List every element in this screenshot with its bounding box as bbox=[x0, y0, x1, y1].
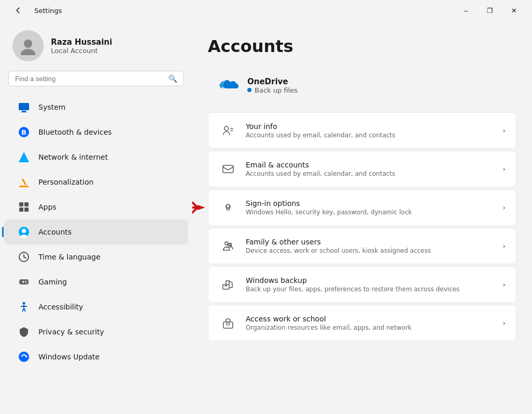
family-icon bbox=[219, 237, 237, 255]
settings-card-backup[interactable]: Windows backup Back up your files, apps,… bbox=[208, 266, 516, 303]
your-info-desc: Accounts used by email, calendar, and co… bbox=[246, 132, 502, 139]
signin-text: Sign-in options Windows Hello, security … bbox=[246, 199, 502, 216]
svg-point-32 bbox=[224, 126, 229, 131]
svg-point-37 bbox=[227, 204, 230, 208]
user-profile[interactable]: Raza Hussaini Local Account bbox=[0, 21, 192, 71]
sidebar-item-privacy[interactable]: Privacy & security bbox=[4, 319, 188, 344]
svg-rect-4 bbox=[21, 112, 27, 112]
settings-card-your-info[interactable]: Your info Accounts used by email, calend… bbox=[208, 112, 516, 149]
sidebar-item-label-accessibility: Accessibility bbox=[38, 303, 83, 311]
svg-rect-8 bbox=[19, 186, 29, 187]
privacy-icon bbox=[17, 325, 31, 339]
maximize-button[interactable]: ❐ bbox=[478, 2, 502, 19]
family-chevron: › bbox=[502, 242, 506, 250]
work-text: Access work or school Organization resou… bbox=[246, 315, 502, 331]
sidebar-item-personalization[interactable]: Personalization bbox=[4, 170, 188, 195]
user-info: Raza Hussaini Local Account bbox=[51, 37, 112, 55]
backup-title: Windows backup bbox=[246, 276, 502, 284]
time-icon bbox=[17, 250, 31, 264]
sidebar: Raza Hussaini Local Account 🔍 bbox=[0, 21, 192, 414]
svg-text:B: B bbox=[21, 128, 26, 136]
sidebar-item-accessibility[interactable]: Accessibility bbox=[4, 294, 188, 319]
search-input[interactable] bbox=[15, 75, 164, 83]
apps-icon bbox=[17, 200, 31, 214]
svg-point-25 bbox=[23, 302, 25, 305]
signin-icon bbox=[219, 198, 237, 217]
settings-card-email[interactable]: Email & accounts Accounts used by email,… bbox=[208, 151, 516, 187]
email-chevron: › bbox=[502, 165, 506, 173]
svg-rect-35 bbox=[223, 165, 233, 173]
backup-desc: Back up your files, apps, preferences to… bbox=[246, 286, 502, 293]
backup-chevron: › bbox=[502, 280, 506, 289]
sidebar-item-label-personalization: Personalization bbox=[38, 178, 94, 186]
sidebar-item-label-network: Network & internet bbox=[38, 153, 108, 161]
email-desc: Accounts used by email, calendar, and co… bbox=[246, 170, 502, 177]
onedrive-name: OneDrive bbox=[247, 77, 298, 86]
sidebar-item-label-time: Time & language bbox=[38, 253, 100, 261]
svg-rect-11 bbox=[24, 202, 29, 206]
backup-text: Windows backup Back up your files, apps,… bbox=[246, 276, 502, 293]
svg-point-1 bbox=[21, 49, 35, 55]
sidebar-item-gaming[interactable]: Gaming bbox=[4, 269, 188, 294]
settings-card-work[interactable]: Access work or school Organization resou… bbox=[208, 305, 516, 341]
sidebar-item-time[interactable]: Time & language bbox=[4, 244, 188, 269]
signin-title: Sign-in options bbox=[246, 199, 502, 208]
svg-line-19 bbox=[24, 257, 26, 258]
family-desc: Device access, work or school users, kio… bbox=[246, 247, 502, 254]
svg-point-15 bbox=[22, 229, 26, 233]
svg-point-42 bbox=[227, 248, 227, 249]
svg-point-39 bbox=[225, 242, 228, 245]
sidebar-item-network[interactable]: Network & internet bbox=[4, 145, 188, 170]
user-name: Raza Hussaini bbox=[51, 37, 112, 47]
family-text: Family & other users Device access, work… bbox=[246, 238, 502, 254]
window-title: Settings bbox=[34, 7, 62, 15]
work-desc: Organization resources like email, apps,… bbox=[246, 324, 502, 331]
onedrive-icon bbox=[218, 75, 239, 96]
work-title: Access work or school bbox=[246, 315, 502, 323]
sidebar-item-label-bluetooth: Bluetooth & devices bbox=[38, 128, 112, 136]
back-button[interactable] bbox=[6, 2, 30, 19]
signin-desc: Windows Hello, security key, password, d… bbox=[246, 209, 502, 216]
settings-card-signin[interactable]: Sign-in options Windows Hello, security … bbox=[208, 189, 516, 226]
sidebar-item-apps[interactable]: Apps bbox=[4, 195, 188, 219]
your-info-text: Your info Accounts used by email, calend… bbox=[246, 122, 502, 139]
close-button[interactable]: ✕ bbox=[502, 2, 526, 19]
svg-rect-13 bbox=[24, 208, 29, 212]
avatar bbox=[12, 30, 44, 61]
search-box: 🔍 bbox=[8, 71, 184, 86]
sidebar-item-label-system: System bbox=[38, 103, 65, 111]
sidebar-item-bluetooth[interactable]: B Bluetooth & devices bbox=[4, 120, 188, 145]
title-bar-left: Settings bbox=[6, 2, 454, 19]
svg-rect-9 bbox=[22, 178, 27, 186]
backup-icon bbox=[219, 275, 237, 294]
user-type: Local Account bbox=[51, 47, 112, 55]
settings-card-family[interactable]: Family & other users Device access, work… bbox=[208, 228, 516, 264]
sidebar-item-update[interactable]: Windows Update bbox=[4, 344, 188, 369]
app-container: Raza Hussaini Local Account 🔍 bbox=[0, 21, 532, 414]
sidebar-item-label-apps: Apps bbox=[38, 203, 57, 211]
svg-rect-10 bbox=[19, 202, 23, 206]
svg-point-24 bbox=[25, 282, 26, 283]
minimize-button[interactable]: – bbox=[454, 2, 478, 19]
bluetooth-icon: B bbox=[17, 125, 31, 139]
onedrive-banner[interactable]: OneDrive Back up files bbox=[208, 67, 516, 104]
settings-cards: Your info Accounts used by email, calend… bbox=[208, 112, 516, 341]
svg-point-23 bbox=[25, 281, 26, 282]
svg-marker-7 bbox=[19, 152, 29, 162]
sidebar-item-label-accounts: Accounts bbox=[38, 228, 72, 236]
email-icon bbox=[219, 160, 237, 178]
sidebar-item-label-gaming: Gaming bbox=[38, 278, 67, 286]
svg-point-30 bbox=[19, 352, 29, 362]
onedrive-desc-text: Back up files bbox=[255, 86, 298, 94]
window-controls: – ❐ ✕ bbox=[454, 2, 526, 19]
your-info-chevron: › bbox=[502, 126, 506, 135]
onedrive-info: OneDrive Back up files bbox=[247, 77, 298, 94]
sidebar-item-accounts[interactable]: Accounts bbox=[4, 219, 188, 244]
network-icon bbox=[17, 150, 31, 164]
personalization-icon bbox=[17, 175, 31, 189]
sidebar-item-system[interactable]: System bbox=[4, 95, 188, 120]
your-info-icon bbox=[219, 121, 237, 140]
sidebar-item-label-update: Windows Update bbox=[38, 353, 100, 361]
email-text: Email & accounts Accounts used by email,… bbox=[246, 161, 502, 177]
sidebar-nav: System B Bluetooth & devices Network bbox=[0, 95, 192, 369]
